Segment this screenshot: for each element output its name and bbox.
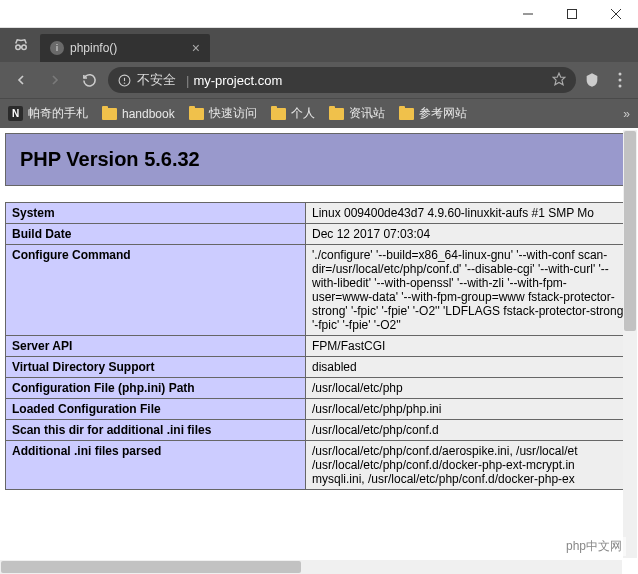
vertical-scrollbar[interactable] [623,130,637,558]
url-separator: | [186,73,189,88]
table-value: /usr/local/etc/php/conf.d/aerospike.ini,… [306,441,633,490]
table-value: /usr/local/etc/php [306,378,633,399]
reload-button[interactable] [74,65,104,95]
back-button[interactable] [6,65,36,95]
bookmark-label: handbook [122,107,175,121]
browser-tab[interactable]: i phpinfo() × [40,34,210,62]
table-value: Linux 009400de43d7 4.9.60-linuxkit-aufs … [306,203,633,224]
table-value: FPM/FastCGI [306,336,633,357]
phpinfo-table: SystemLinux 009400de43d7 4.9.60-linuxkit… [5,202,633,490]
page-content: PHP Version 5.6.32 SystemLinux 009400de4… [0,128,638,574]
bookmark-label: 个人 [291,105,315,122]
folder-icon [189,106,204,121]
svg-point-5 [22,45,27,50]
svg-point-12 [619,79,622,82]
bookmark-item[interactable]: N 帕奇的手札 [8,105,88,122]
table-row: Build DateDec 12 2017 07:03:04 [6,224,633,245]
incognito-indicator-icon[interactable] [580,65,604,95]
scrollbar-thumb[interactable] [1,561,301,573]
table-key: Virtual Directory Support [6,357,306,378]
bookmark-folder[interactable]: 快速访问 [189,105,257,122]
insecure-icon [118,74,131,87]
bookmark-folder[interactable]: handbook [102,106,175,121]
minimize-button[interactable] [506,0,550,28]
svg-point-4 [16,45,21,50]
folder-icon [399,106,414,121]
table-key: Configuration File (php.ini) Path [6,378,306,399]
table-key: Build Date [6,224,306,245]
forward-button[interactable] [40,65,70,95]
table-key: Scan this dir for additional .ini files [6,420,306,441]
folder-icon [102,106,117,121]
table-value: Dec 12 2017 07:03:04 [306,224,633,245]
bookmarks-bar: N 帕奇的手札 handbook 快速访问 个人 资讯站 参考网站 » [0,98,638,128]
bookmark-folder[interactable]: 资讯站 [329,105,385,122]
bookmark-star-icon[interactable] [552,72,566,89]
bookmark-label: 参考网站 [419,105,467,122]
window-controls [0,0,638,28]
url-text: my-project.com [193,73,282,88]
table-value: './configure' '--build=x86_64-linux-gnu'… [306,245,633,336]
folder-icon [271,106,286,121]
scrollbar-thumb[interactable] [624,131,636,331]
incognito-icon [6,28,36,62]
table-row: SystemLinux 009400de43d7 4.9.60-linuxkit… [6,203,633,224]
table-key: Server API [6,336,306,357]
bookmark-label: 快速访问 [209,105,257,122]
phpinfo-header: PHP Version 5.6.32 [5,133,633,186]
table-value: disabled [306,357,633,378]
table-row: Configuration File (php.ini) Path/usr/lo… [6,378,633,399]
svg-point-11 [619,73,622,76]
svg-rect-1 [568,9,577,18]
table-row: Additional .ini files parsed/usr/local/e… [6,441,633,490]
bookmark-label: 资讯站 [349,105,385,122]
table-row: Loaded Configuration File/usr/local/etc/… [6,399,633,420]
table-value: /usr/local/etc/php/php.ini [306,399,633,420]
table-row: Scan this dir for additional .ini files/… [6,420,633,441]
svg-marker-10 [553,73,565,85]
bookmarks-overflow-button[interactable]: » [623,107,630,121]
table-row: Virtual Directory Supportdisabled [6,357,633,378]
horizontal-scrollbar[interactable] [0,560,622,574]
url-input[interactable]: 不安全 | my-project.com [108,67,576,93]
maximize-button[interactable] [550,0,594,28]
table-row: Server APIFPM/FastCGI [6,336,633,357]
menu-button[interactable] [608,65,632,95]
close-window-button[interactable] [594,0,638,28]
table-row: Configure Command'./configure' '--build=… [6,245,633,336]
tab-title: phpinfo() [70,41,184,55]
table-value: /usr/local/etc/php/conf.d [306,420,633,441]
site-icon: N [8,106,23,121]
bookmark-folder[interactable]: 参考网站 [399,105,467,122]
tab-favicon: i [50,41,64,55]
address-bar: 不安全 | my-project.com [0,62,638,98]
table-key: Additional .ini files parsed [6,441,306,490]
svg-point-13 [619,85,622,88]
bookmark-label: 帕奇的手札 [28,105,88,122]
table-key: Configure Command [6,245,306,336]
tab-bar: i phpinfo() × [0,28,638,62]
bookmark-folder[interactable]: 个人 [271,105,315,122]
table-key: System [6,203,306,224]
folder-icon [329,106,344,121]
tab-close-button[interactable]: × [192,40,200,56]
table-key: Loaded Configuration File [6,399,306,420]
security-label: 不安全 [137,71,176,89]
php-version-title: PHP Version 5.6.32 [20,148,618,171]
svg-point-9 [124,82,125,83]
